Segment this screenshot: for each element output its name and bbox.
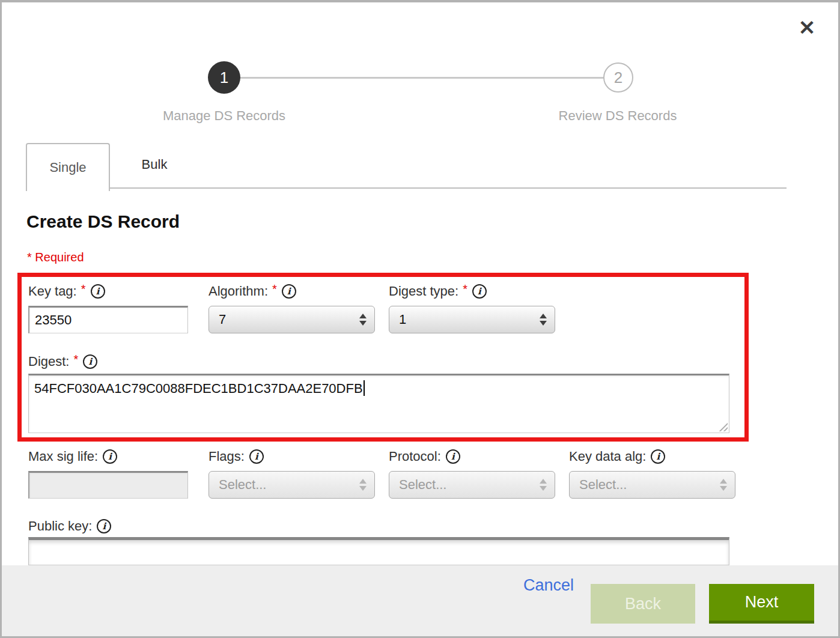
protocol-label-text: Protocol: [389, 449, 441, 464]
protocol-select[interactable]: Select... [389, 471, 555, 499]
tab-bulk[interactable]: Bulk [111, 143, 198, 186]
key-tag-info-icon[interactable]: i [91, 284, 105, 299]
resize-handle-icon[interactable] [718, 422, 728, 431]
digest-type-select-value: 1 [389, 312, 406, 327]
algorithm-info-icon[interactable]: i [282, 284, 296, 299]
select-stepper-arrows-icon [359, 314, 367, 326]
digest-type-label: Digest type: * i [389, 282, 487, 300]
key-data-alg-select-placeholder: Select... [570, 477, 627, 493]
cancel-button[interactable]: Cancel [523, 576, 574, 595]
key-data-alg-label-text: Key data alg: [569, 449, 646, 464]
max-sig-life-label: Max sig life: i [28, 448, 117, 466]
key-tag-input[interactable] [28, 306, 188, 333]
max-sig-life-input[interactable] [28, 471, 188, 499]
modal-footer: Cancel Back Next [2, 565, 838, 636]
key-data-alg-info-icon[interactable]: i [651, 449, 665, 464]
tab-bar-divider [109, 187, 787, 189]
next-button[interactable]: Next [709, 584, 814, 624]
close-icon[interactable]: ✕ [793, 13, 821, 42]
max-sig-life-info-icon[interactable]: i [103, 449, 117, 464]
required-asterisk: * [81, 282, 86, 296]
digest-info-icon[interactable]: i [83, 354, 97, 369]
page-title: Create DS Record [26, 211, 180, 232]
step-1-label: Manage DS Records [104, 108, 344, 124]
max-sig-life-label-text: Max sig life: [28, 449, 98, 464]
step-1-number: 1 [220, 68, 228, 87]
key-tag-label-text: Key tag: [28, 284, 77, 299]
select-stepper-arrows-icon [540, 479, 547, 491]
digest-type-info-icon[interactable]: i [472, 284, 487, 299]
flags-select-placeholder: Select... [209, 477, 266, 493]
key-tag-label: Key tag: * i [28, 282, 105, 300]
select-stepper-arrows-icon [540, 314, 547, 326]
key-data-alg-select[interactable]: Select... [569, 471, 735, 499]
required-asterisk: * [463, 282, 467, 296]
protocol-select-placeholder: Select... [389, 477, 446, 493]
step-2-circle: 2 [603, 62, 633, 93]
algorithm-label: Algorithm: * i [208, 282, 296, 300]
create-ds-record-modal: ✕ 1 2 Manage DS Records Review DS Record… [0, 0, 840, 638]
text-cursor [364, 380, 365, 396]
required-asterisk: * [73, 353, 78, 366]
digest-type-label-text: Digest type: [389, 284, 458, 299]
key-data-alg-label: Key data alg: i [569, 448, 665, 466]
flags-info-icon[interactable]: i [249, 449, 264, 464]
back-button[interactable]: Back [591, 584, 695, 624]
flags-select[interactable]: Select... [208, 471, 375, 499]
flags-label-text: Flags: [208, 449, 245, 464]
select-stepper-arrows-icon [359, 479, 367, 491]
digest-value: 54FCF030AA1C79C0088FDEC1BD1C37DAA2E70DFB [34, 381, 363, 396]
digest-textarea[interactable]: 54FCF030AA1C79C0088FDEC1BD1C37DAA2E70DFB [28, 374, 729, 433]
algorithm-select[interactable]: 7 [208, 306, 375, 333]
digest-label: Digest: * i [28, 353, 97, 371]
public-key-textarea[interactable] [28, 537, 729, 565]
algorithm-label-text: Algorithm: [208, 284, 268, 299]
public-key-info-icon[interactable]: i [97, 519, 111, 533]
flags-label: Flags: i [208, 448, 264, 466]
protocol-label: Protocol: i [389, 448, 460, 466]
step-2-label: Review DS Records [498, 108, 738, 124]
required-asterisk: * [272, 282, 277, 296]
stepper-connector-line [224, 77, 618, 79]
select-stepper-arrows-icon [720, 479, 727, 491]
digest-type-select[interactable]: 1 [389, 306, 555, 333]
tab-single[interactable]: Single [26, 143, 110, 191]
step-1-circle: 1 [208, 61, 240, 94]
algorithm-select-value: 7 [209, 312, 226, 327]
public-key-label: Public key: i [28, 517, 111, 535]
required-note: * Required [27, 251, 84, 264]
step-2-number: 2 [614, 68, 622, 87]
public-key-label-text: Public key: [28, 518, 92, 534]
protocol-info-icon[interactable]: i [446, 449, 460, 464]
digest-label-text: Digest: [28, 354, 69, 369]
